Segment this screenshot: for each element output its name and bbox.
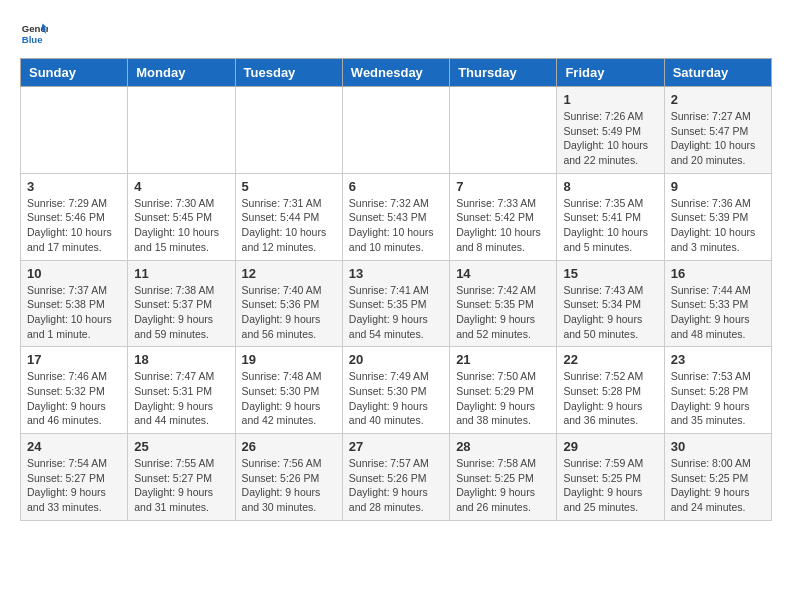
svg-text:Blue: Blue — [22, 34, 43, 45]
day-number: 3 — [27, 179, 121, 194]
day-info: Sunrise: 7:55 AM Sunset: 5:27 PM Dayligh… — [134, 456, 228, 515]
day-number: 11 — [134, 266, 228, 281]
calendar-cell — [21, 87, 128, 174]
day-number: 30 — [671, 439, 765, 454]
calendar-cell — [450, 87, 557, 174]
calendar-cell — [235, 87, 342, 174]
day-info: Sunrise: 7:43 AM Sunset: 5:34 PM Dayligh… — [563, 283, 657, 342]
day-number: 24 — [27, 439, 121, 454]
calendar-cell: 20Sunrise: 7:49 AM Sunset: 5:30 PM Dayli… — [342, 347, 449, 434]
day-info: Sunrise: 7:48 AM Sunset: 5:30 PM Dayligh… — [242, 369, 336, 428]
day-info: Sunrise: 7:35 AM Sunset: 5:41 PM Dayligh… — [563, 196, 657, 255]
calendar-cell: 29Sunrise: 7:59 AM Sunset: 5:25 PM Dayli… — [557, 434, 664, 521]
day-info: Sunrise: 7:29 AM Sunset: 5:46 PM Dayligh… — [27, 196, 121, 255]
day-info: Sunrise: 7:49 AM Sunset: 5:30 PM Dayligh… — [349, 369, 443, 428]
calendar-cell: 7Sunrise: 7:33 AM Sunset: 5:42 PM Daylig… — [450, 173, 557, 260]
day-number: 22 — [563, 352, 657, 367]
calendar-cell: 4Sunrise: 7:30 AM Sunset: 5:45 PM Daylig… — [128, 173, 235, 260]
calendar-cell: 3Sunrise: 7:29 AM Sunset: 5:46 PM Daylig… — [21, 173, 128, 260]
day-info: Sunrise: 7:42 AM Sunset: 5:35 PM Dayligh… — [456, 283, 550, 342]
day-info: Sunrise: 7:54 AM Sunset: 5:27 PM Dayligh… — [27, 456, 121, 515]
calendar-week-row: 10Sunrise: 7:37 AM Sunset: 5:38 PM Dayli… — [21, 260, 772, 347]
weekday-header-sunday: Sunday — [21, 59, 128, 87]
day-info: Sunrise: 7:38 AM Sunset: 5:37 PM Dayligh… — [134, 283, 228, 342]
calendar-cell: 2Sunrise: 7:27 AM Sunset: 5:47 PM Daylig… — [664, 87, 771, 174]
day-number: 29 — [563, 439, 657, 454]
calendar-week-row: 24Sunrise: 7:54 AM Sunset: 5:27 PM Dayli… — [21, 434, 772, 521]
day-info: Sunrise: 7:40 AM Sunset: 5:36 PM Dayligh… — [242, 283, 336, 342]
weekday-header-monday: Monday — [128, 59, 235, 87]
day-info: Sunrise: 7:27 AM Sunset: 5:47 PM Dayligh… — [671, 109, 765, 168]
day-number: 19 — [242, 352, 336, 367]
day-number: 10 — [27, 266, 121, 281]
day-number: 9 — [671, 179, 765, 194]
day-info: Sunrise: 7:53 AM Sunset: 5:28 PM Dayligh… — [671, 369, 765, 428]
calendar-week-row: 3Sunrise: 7:29 AM Sunset: 5:46 PM Daylig… — [21, 173, 772, 260]
weekday-header-row: SundayMondayTuesdayWednesdayThursdayFrid… — [21, 59, 772, 87]
day-number: 15 — [563, 266, 657, 281]
day-number: 18 — [134, 352, 228, 367]
day-info: Sunrise: 7:33 AM Sunset: 5:42 PM Dayligh… — [456, 196, 550, 255]
day-info: Sunrise: 7:41 AM Sunset: 5:35 PM Dayligh… — [349, 283, 443, 342]
day-number: 8 — [563, 179, 657, 194]
day-number: 17 — [27, 352, 121, 367]
day-number: 23 — [671, 352, 765, 367]
day-info: Sunrise: 7:44 AM Sunset: 5:33 PM Dayligh… — [671, 283, 765, 342]
calendar-cell — [128, 87, 235, 174]
day-info: Sunrise: 7:50 AM Sunset: 5:29 PM Dayligh… — [456, 369, 550, 428]
day-number: 2 — [671, 92, 765, 107]
weekday-header-friday: Friday — [557, 59, 664, 87]
day-info: Sunrise: 7:36 AM Sunset: 5:39 PM Dayligh… — [671, 196, 765, 255]
weekday-header-tuesday: Tuesday — [235, 59, 342, 87]
calendar-cell: 24Sunrise: 7:54 AM Sunset: 5:27 PM Dayli… — [21, 434, 128, 521]
weekday-header-wednesday: Wednesday — [342, 59, 449, 87]
day-number: 4 — [134, 179, 228, 194]
page-header: General Blue — [20, 20, 772, 48]
calendar-cell: 19Sunrise: 7:48 AM Sunset: 5:30 PM Dayli… — [235, 347, 342, 434]
day-number: 28 — [456, 439, 550, 454]
day-number: 14 — [456, 266, 550, 281]
day-info: Sunrise: 7:56 AM Sunset: 5:26 PM Dayligh… — [242, 456, 336, 515]
day-number: 6 — [349, 179, 443, 194]
logo-icon: General Blue — [20, 20, 48, 48]
calendar-cell: 25Sunrise: 7:55 AM Sunset: 5:27 PM Dayli… — [128, 434, 235, 521]
calendar-cell: 18Sunrise: 7:47 AM Sunset: 5:31 PM Dayli… — [128, 347, 235, 434]
day-info: Sunrise: 7:58 AM Sunset: 5:25 PM Dayligh… — [456, 456, 550, 515]
day-number: 5 — [242, 179, 336, 194]
calendar-cell: 21Sunrise: 7:50 AM Sunset: 5:29 PM Dayli… — [450, 347, 557, 434]
calendar-cell: 14Sunrise: 7:42 AM Sunset: 5:35 PM Dayli… — [450, 260, 557, 347]
calendar-cell: 8Sunrise: 7:35 AM Sunset: 5:41 PM Daylig… — [557, 173, 664, 260]
day-info: Sunrise: 7:52 AM Sunset: 5:28 PM Dayligh… — [563, 369, 657, 428]
weekday-header-thursday: Thursday — [450, 59, 557, 87]
day-info: Sunrise: 8:00 AM Sunset: 5:25 PM Dayligh… — [671, 456, 765, 515]
calendar-table: SundayMondayTuesdayWednesdayThursdayFrid… — [20, 58, 772, 521]
calendar-cell: 15Sunrise: 7:43 AM Sunset: 5:34 PM Dayli… — [557, 260, 664, 347]
calendar-cell: 27Sunrise: 7:57 AM Sunset: 5:26 PM Dayli… — [342, 434, 449, 521]
day-info: Sunrise: 7:57 AM Sunset: 5:26 PM Dayligh… — [349, 456, 443, 515]
calendar-week-row: 1Sunrise: 7:26 AM Sunset: 5:49 PM Daylig… — [21, 87, 772, 174]
calendar-cell: 22Sunrise: 7:52 AM Sunset: 5:28 PM Dayli… — [557, 347, 664, 434]
day-number: 1 — [563, 92, 657, 107]
calendar-cell: 30Sunrise: 8:00 AM Sunset: 5:25 PM Dayli… — [664, 434, 771, 521]
calendar-cell: 16Sunrise: 7:44 AM Sunset: 5:33 PM Dayli… — [664, 260, 771, 347]
day-info: Sunrise: 7:46 AM Sunset: 5:32 PM Dayligh… — [27, 369, 121, 428]
calendar-cell — [342, 87, 449, 174]
day-number: 13 — [349, 266, 443, 281]
day-info: Sunrise: 7:30 AM Sunset: 5:45 PM Dayligh… — [134, 196, 228, 255]
calendar-cell: 5Sunrise: 7:31 AM Sunset: 5:44 PM Daylig… — [235, 173, 342, 260]
day-info: Sunrise: 7:59 AM Sunset: 5:25 PM Dayligh… — [563, 456, 657, 515]
calendar-cell: 12Sunrise: 7:40 AM Sunset: 5:36 PM Dayli… — [235, 260, 342, 347]
day-number: 12 — [242, 266, 336, 281]
calendar-cell: 23Sunrise: 7:53 AM Sunset: 5:28 PM Dayli… — [664, 347, 771, 434]
calendar-cell: 11Sunrise: 7:38 AM Sunset: 5:37 PM Dayli… — [128, 260, 235, 347]
day-info: Sunrise: 7:26 AM Sunset: 5:49 PM Dayligh… — [563, 109, 657, 168]
day-info: Sunrise: 7:47 AM Sunset: 5:31 PM Dayligh… — [134, 369, 228, 428]
day-number: 7 — [456, 179, 550, 194]
calendar-week-row: 17Sunrise: 7:46 AM Sunset: 5:32 PM Dayli… — [21, 347, 772, 434]
day-info: Sunrise: 7:37 AM Sunset: 5:38 PM Dayligh… — [27, 283, 121, 342]
calendar-cell: 9Sunrise: 7:36 AM Sunset: 5:39 PM Daylig… — [664, 173, 771, 260]
calendar-cell: 28Sunrise: 7:58 AM Sunset: 5:25 PM Dayli… — [450, 434, 557, 521]
calendar-cell: 17Sunrise: 7:46 AM Sunset: 5:32 PM Dayli… — [21, 347, 128, 434]
day-number: 26 — [242, 439, 336, 454]
calendar-cell: 1Sunrise: 7:26 AM Sunset: 5:49 PM Daylig… — [557, 87, 664, 174]
